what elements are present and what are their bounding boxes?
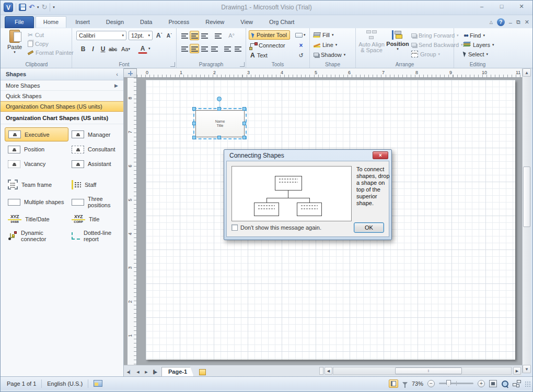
doc-close-button[interactable]: ✕	[525, 19, 529, 26]
horizontal-scroll-thumb[interactable]: ‖	[395, 367, 462, 374]
doc-restore-button[interactable]: ⧉	[516, 19, 520, 26]
stencil-item-team-frame[interactable]: Team frame	[5, 177, 68, 192]
text-tool-button[interactable]: A Text	[250, 51, 268, 60]
auto-align-space-button[interactable]: Auto Align & Space	[358, 30, 385, 53]
position-button[interactable]: Position ▾	[386, 30, 409, 51]
splitter-handle[interactable]	[319, 367, 323, 375]
active-stencil-row[interactable]: Organization Chart Shapes (US units)	[1, 101, 123, 112]
macro-window-icon[interactable]	[94, 380, 102, 387]
align-bottom-button[interactable]	[200, 31, 209, 40]
close-button[interactable]: ✕	[515, 3, 528, 10]
page-info[interactable]: Page 1 of 1	[7, 381, 36, 387]
resize-handle-s[interactable]	[217, 136, 221, 139]
dont-show-checkbox[interactable]	[231, 224, 238, 231]
help-icon[interactable]: ?	[497, 18, 505, 26]
text-rotate-button[interactable]: A°	[227, 31, 236, 40]
zoom-slider-thumb[interactable]	[446, 380, 451, 387]
scroll-left-icon[interactable]: ◀	[325, 367, 332, 375]
resize-handle-nw[interactable]	[192, 107, 196, 111]
stencil-item-three-positions[interactable]: Three positions	[68, 193, 125, 211]
bring-forward-button[interactable]: Bring Forward▾	[411, 31, 459, 40]
align-right-button[interactable]	[200, 44, 209, 53]
bullets-button[interactable]	[213, 31, 223, 40]
cut-button[interactable]: ✂ Cut	[28, 30, 44, 39]
font-color-dropdown-icon[interactable]: ▾	[148, 46, 150, 51]
paste-button[interactable]: Paste ▾	[5, 30, 25, 54]
last-page-icon[interactable]: ▐▶	[151, 368, 158, 376]
insert-page-icon[interactable]	[199, 369, 206, 375]
shrink-font-button[interactable]: A˙	[165, 31, 174, 40]
select-button[interactable]: Select▾	[464, 50, 488, 58]
collapse-panel-icon[interactable]: ‹	[116, 71, 118, 77]
previous-page-icon[interactable]: ◀	[134, 368, 142, 376]
tab-home[interactable]: Home	[36, 16, 66, 28]
resize-handle-se[interactable]	[242, 136, 246, 139]
align-middle-button[interactable]	[190, 31, 199, 40]
tab-view[interactable]: View	[233, 17, 260, 28]
align-center-button[interactable]	[190, 44, 199, 53]
vertical-scroll-thumb[interactable]	[523, 167, 530, 227]
font-color-button[interactable]: A	[138, 44, 147, 54]
tab-org-chart[interactable]: Org Chart	[262, 17, 302, 28]
tab-insert[interactable]: Insert	[68, 17, 97, 28]
change-case-button[interactable]: Aa▾	[121, 44, 131, 54]
first-page-icon[interactable]: ◀▏	[126, 368, 133, 376]
language-indicator[interactable]: English (U.S.)	[47, 381, 83, 387]
resize-handle-e[interactable]	[242, 122, 246, 125]
stencil-item-executive[interactable]: Executive	[5, 127, 68, 141]
decrease-indent-button[interactable]	[223, 44, 232, 53]
bold-button[interactable]: B	[78, 44, 88, 54]
horizontal-scroll-track[interactable]: ‖	[333, 367, 512, 375]
increase-indent-button[interactable]	[233, 44, 242, 53]
pointer-tool-button[interactable]: Pointer Tool	[249, 30, 290, 40]
justify-button[interactable]	[210, 44, 219, 53]
connection-point-button[interactable]: ×	[296, 41, 306, 50]
layers-button[interactable]: Layers▾	[464, 40, 494, 49]
scroll-down-icon[interactable]: ▼	[523, 365, 531, 373]
zoom-slider[interactable]	[439, 383, 473, 384]
tab-process[interactable]: Process	[161, 17, 196, 28]
dialog-close-icon[interactable]: ×	[373, 151, 388, 159]
rotation-handle[interactable]	[217, 97, 222, 101]
tab-design[interactable]: Design	[99, 17, 131, 28]
align-left-button[interactable]	[180, 44, 189, 53]
font-family-combo[interactable]: Calibri▾	[76, 31, 126, 40]
fill-button[interactable]: Fill▾	[314, 30, 334, 39]
zoom-in-icon[interactable]: +	[478, 380, 485, 387]
stencil-item-dotted-line-report[interactable]: Dotted-line report	[68, 227, 125, 245]
pan-zoom-icon[interactable]	[402, 382, 408, 385]
resize-handle-n[interactable]	[217, 107, 221, 111]
page-tab[interactable]: Page-1	[161, 367, 194, 377]
zoom-out-icon[interactable]: −	[427, 380, 435, 387]
horizontal-scrollbar[interactable]: ◀ ‖ ▶	[319, 366, 521, 375]
shadow-button[interactable]: Shadow▾	[314, 50, 345, 59]
vertical-scrollbar[interactable]: ▲ ▼	[522, 68, 531, 373]
font-size-combo[interactable]: 12pt.▾	[129, 31, 153, 40]
find-button[interactable]: ●● Find▾	[464, 31, 485, 40]
scroll-right-icon[interactable]: ▶	[513, 367, 521, 375]
switch-windows-icon[interactable]	[513, 380, 521, 387]
align-top-button[interactable]	[180, 31, 189, 40]
doc-minimize-button[interactable]: ‒	[509, 19, 512, 26]
minimize-button[interactable]: ‒	[475, 3, 489, 10]
italic-button[interactable]: I	[88, 44, 98, 54]
quick-shapes-row[interactable]: Quick Shapes	[1, 91, 123, 101]
resize-handle-ne[interactable]	[242, 107, 246, 111]
copy-button[interactable]: Copy	[28, 39, 49, 48]
connector-tool-button[interactable]: Connector	[250, 41, 285, 50]
stencil-item-assistant[interactable]: Assistant	[68, 157, 125, 171]
tab-review[interactable]: Review	[198, 17, 231, 28]
stencil-item-staff[interactable]: Staff	[68, 177, 125, 192]
ok-button[interactable]: OK	[354, 222, 384, 233]
resize-handle-w[interactable]	[192, 122, 196, 125]
more-shapes-row[interactable]: More Shapes ▶	[1, 80, 123, 91]
stencil-item-vacancy[interactable]: Vacancy	[5, 157, 68, 171]
maximize-button[interactable]: □	[495, 3, 508, 10]
collapse-ribbon-icon[interactable]: △	[490, 20, 493, 25]
next-page-icon[interactable]: ▶	[143, 368, 150, 376]
stencil-item-title[interactable]: XYZ CORP Title	[68, 212, 125, 226]
zoom-dialog-icon[interactable]	[501, 380, 508, 387]
stencil-item-consultant[interactable]: Consultant	[68, 142, 125, 156]
text-block-button[interactable]: ↺	[296, 51, 306, 60]
resize-handle-sw[interactable]	[192, 136, 196, 139]
